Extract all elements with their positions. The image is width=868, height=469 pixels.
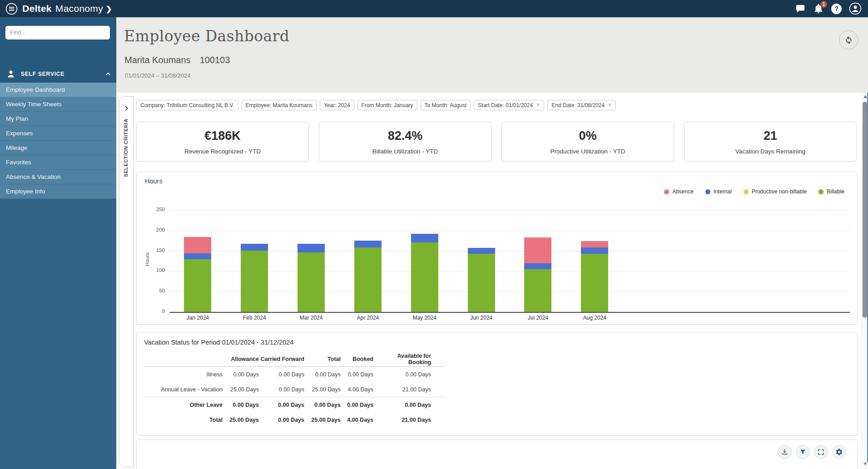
notification-badge: 1: [820, 1, 827, 8]
brand-deltek: Deltek: [22, 3, 52, 14]
brand-logo[interactable]: Deltek Maconomy ❯: [22, 3, 112, 14]
scrollbar-up-icon[interactable]: [863, 95, 867, 98]
kpi-label: Billable Utilization - YTD: [319, 148, 491, 155]
x-axis-tick-label: May 2024: [400, 315, 450, 321]
help-icon[interactable]: ?: [831, 4, 842, 14]
bar-segment-internal: [354, 241, 382, 247]
app-window: Deltek Maconomy ❯ 1 ? SELF SE: [0, 0, 868, 469]
bar-segment-absence: [184, 237, 211, 253]
gridline: [169, 251, 850, 252]
table-cell: 25.00 Days: [304, 386, 341, 393]
hamburger-menu-icon[interactable]: [5, 3, 18, 15]
row-label: Annual Leave - Vacation: [144, 386, 223, 393]
kpi-label: Revenue Recognized - YTD: [137, 148, 308, 155]
chat-icon[interactable]: [795, 3, 806, 14]
y-axis-tick-label: 200: [145, 227, 165, 232]
scrollbar-thumb[interactable]: [863, 102, 867, 318]
sidebar-menu: Employee DashboardWeekly Time SheetsMy P…: [0, 83, 116, 199]
filter-chip-start-date[interactable]: Start Date: 01/01/2024✕: [474, 100, 544, 110]
filter-chip-from-month[interactable]: From Month: January: [357, 100, 417, 110]
filter-button[interactable]: [796, 445, 810, 459]
x-axis-tick-label: Jul 2024: [513, 315, 563, 321]
y-axis-title: Hours: [144, 252, 150, 267]
sidebar-item-employee-dashboard[interactable]: Employee Dashboard: [0, 83, 116, 97]
content-header: Employee Dashboard Marita Koumans 100103…: [116, 17, 868, 93]
sidebar-item-employee-info[interactable]: Employee Info: [0, 184, 116, 199]
bar-segment-internal: [468, 248, 495, 254]
chip-close-icon[interactable]: ✕: [536, 102, 540, 108]
table-header-row: AllowanceCarried ForwardTotalBookedAvail…: [144, 351, 444, 367]
download-button[interactable]: [778, 445, 792, 459]
filter-chip-label: Company: Trifolium Consulting NL B.V.: [140, 102, 234, 109]
main-content: SELECTION CRITERIA Company: Trifolium Co…: [116, 93, 868, 469]
avatar-icon[interactable]: [849, 2, 862, 15]
kpi-card-productive-utilization-ytd: 0%Productive Utilization - YTD: [501, 122, 674, 162]
sidebar: SELF SERVICE Employee DashboardWeekly Ti…: [0, 17, 116, 469]
table-row-other-leave: Other Leave0.00 Days0.00 Days0.00 Days0.…: [144, 397, 444, 412]
filter-chip-to-month[interactable]: To Month: August: [421, 100, 471, 110]
kpi-cards-row: €186KRevenue Recognized - YTD82.4%Billab…: [136, 122, 857, 162]
bar-segment-absence: [524, 237, 551, 263]
kpi-value: 82.4%: [319, 129, 491, 143]
gear-icon[interactable]: [832, 445, 846, 459]
refresh-button[interactable]: [839, 30, 858, 49]
sidebar-item-weekly-time-sheets[interactable]: Weekly Time Sheets: [0, 97, 116, 112]
bar-segment-internal: [581, 247, 608, 253]
sidebar-item-mileage[interactable]: Mileage: [0, 141, 116, 155]
vacation-status-panel: Vacation Status for Period 01/01/2024 - …: [136, 332, 858, 435]
table-cell: 4.00 Days: [341, 386, 373, 393]
sidebar-section-label: SELF SERVICE: [21, 71, 64, 77]
employee-name: Marita Koumans: [124, 55, 191, 65]
filter-chip-end-date[interactable]: End Date: 31/08/2024✕: [547, 100, 616, 110]
table-cell: 25.00 Days: [223, 417, 259, 423]
filter-chip-employee[interactable]: Employee: Marita Koumans: [242, 100, 317, 110]
table-cell: 0.00 Days: [373, 371, 431, 378]
bar-segment-internal: [411, 234, 438, 242]
table-cell: 0.00 Days: [259, 386, 304, 393]
row-label: Other Leave: [144, 402, 223, 408]
topbar-actions: 1 ?: [795, 0, 862, 17]
kpi-card-billable-utilization-ytd: 82.4%Billable Utilization - YTD: [319, 122, 491, 162]
table-cell: 0.00 Days: [259, 402, 304, 408]
table-cell: 4.00 Days: [341, 417, 373, 423]
sidebar-item-my-plan[interactable]: My Plan: [0, 112, 116, 126]
chart-plot-area: Hours 250200150100500Jan 2024Feb 2024Mar…: [137, 172, 857, 324]
sidebar-search-area: [0, 17, 116, 66]
filter-chip-company[interactable]: Company: Trifolium Consulting NL B.V.: [136, 100, 238, 110]
table-cell: 0.00 Days: [259, 371, 304, 378]
table-cell: 0.00 Days: [223, 402, 259, 408]
bar-segment-billable: [524, 269, 551, 312]
bar-segment-billable: [241, 251, 268, 312]
bell-icon[interactable]: 1: [813, 3, 824, 14]
bar-segment-billable: [581, 254, 608, 312]
table-row-annual-leave-vacation: Annual Leave - Vacation25.00 Days0.00 Da…: [144, 382, 444, 397]
chevron-up-icon[interactable]: [104, 70, 112, 78]
employee-number: 100103: [200, 55, 230, 65]
row-label: Total: [144, 417, 223, 423]
table-cell: 25.00 Days: [304, 417, 341, 423]
selection-criteria-tab[interactable]: SELECTION CRITERIA: [119, 96, 134, 467]
expand-button[interactable]: [814, 445, 828, 459]
vacation-table: AllowanceCarried ForwardTotalBookedAvail…: [144, 351, 444, 427]
widget-toolbar: [778, 445, 846, 459]
gridline: [169, 271, 850, 272]
chip-close-icon[interactable]: ✕: [608, 102, 612, 108]
table-cell: 0.00 Days: [223, 371, 259, 378]
sidebar-item-absence-vacation[interactable]: Absence & Vacation: [0, 170, 116, 184]
scrollbar-down-icon[interactable]: [863, 463, 867, 465]
search-input[interactable]: [5, 26, 110, 39]
hours-chart-panel: Hours AbsenceInternalProductive non-bill…: [136, 172, 858, 325]
sidebar-item-expenses[interactable]: Expenses: [0, 126, 116, 141]
filter-chip-year[interactable]: Year: 2024: [320, 100, 354, 110]
sidebar-section-self-service[interactable]: SELF SERVICE: [0, 65, 116, 83]
table-row-illness: Illness0.00 Days0.00 Days0.00 Days0.00 D…: [144, 367, 444, 382]
bar-segment-internal: [524, 263, 551, 269]
gridline: [169, 231, 850, 231]
kpi-value: 0%: [502, 129, 674, 143]
table-cell: 0.00 Days: [341, 371, 373, 378]
bar-segment-internal: [184, 253, 211, 259]
bottom-widget-panel: [136, 439, 858, 469]
sidebar-item-favorites[interactable]: Favorites: [0, 155, 116, 170]
filter-chip-label: From Month: January: [362, 102, 413, 109]
table-column-header: Total: [304, 356, 341, 362]
